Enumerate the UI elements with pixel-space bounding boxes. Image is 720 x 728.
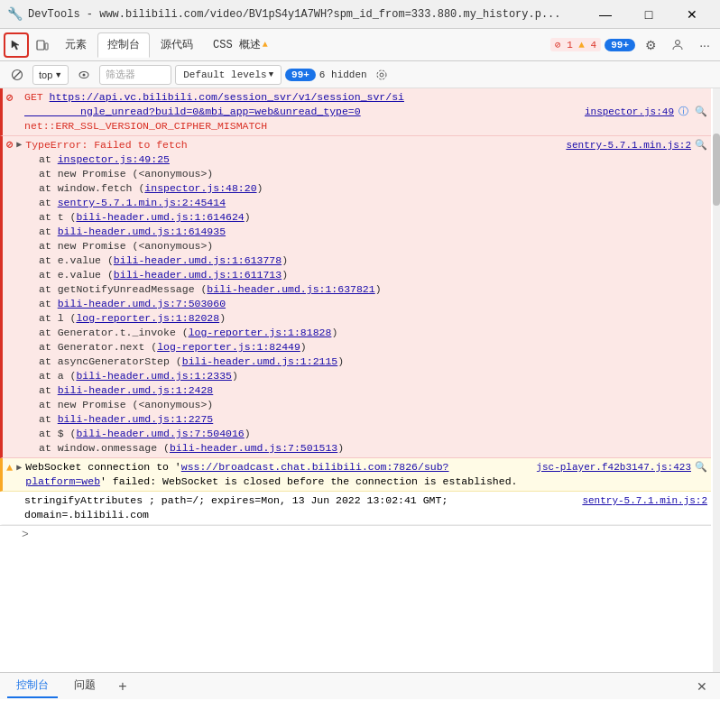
more-tools-button[interactable] [666, 33, 689, 57]
log-levels-button[interactable]: Default levels ▼ [175, 65, 282, 85]
devtools-icon: 🔧 [7, 6, 23, 22]
stack-line-13: at Generator.t._invoke (log-reporter.js:… [24, 326, 707, 340]
sentry-source-link[interactable]: sentry-5.7.1.min.js:2 [566, 138, 691, 152]
stack-line-18: at new Promise (<anonymous>) [24, 398, 707, 412]
eye-icon [78, 69, 90, 81]
settings-button[interactable]: ⚙ [639, 33, 662, 57]
close-devtools-button[interactable]: ✕ [691, 676, 713, 697]
notification-badge[interactable]: 99+ [605, 39, 635, 51]
tab-bar: 元素 控制台 源代码 CSS 概述 ▲ ⊘ 1 ▲ 4 99+ ⚙ ··· [0, 29, 720, 61]
stack-trace: at inspector.js:49:25 at new Promise (<a… [6, 152, 707, 456]
collapse-button[interactable]: ▶ [16, 138, 22, 152]
websocket-header: ▲ ▶ WebSocket connection to 'wss://broad… [6, 460, 707, 489]
svg-rect-0 [37, 41, 44, 50]
hidden-count: 6 hidden [319, 69, 367, 80]
stack-line-5: at t (bili-header.umd.js:1:614624) [24, 210, 707, 225]
window-controls: — □ ✕ [585, 0, 713, 29]
svg-line-4 [14, 71, 21, 78]
eye-button[interactable] [72, 63, 96, 87]
bottom-tab-console[interactable]: 控制台 [7, 674, 58, 698]
magnify-icon[interactable]: 🔍 [695, 105, 707, 119]
warning-icon: ▲ [578, 40, 585, 51]
svg-rect-1 [45, 43, 48, 50]
stack-line-16: at a (bili-header.umd.js:1:2335) [24, 369, 707, 383]
tab-bar-icons: ⊘ 1 ▲ 4 99+ ⚙ ··· [550, 33, 716, 57]
stack-line-7: at new Promise (<anonymous>) [24, 239, 707, 253]
source-link[interactable]: inspector.js:49 [585, 105, 674, 119]
tab-css[interactable]: CSS 概述 ▲ [204, 32, 277, 58]
websocket-right: jsc-player.f42b3147.js:423 🔍 [529, 460, 707, 475]
console-input-row: > [0, 525, 711, 543]
stack-line-19: at bili-header.umd.js:1:2275 [24, 412, 707, 427]
websocket-left: ▲ ▶ WebSocket connection to 'wss://broad… [6, 460, 529, 489]
minimize-button[interactable]: — [585, 0, 626, 29]
svg-point-8 [377, 70, 386, 79]
clear-console-button[interactable] [5, 63, 29, 87]
stack-line-1: at inspector.js:49:25 [24, 152, 707, 167]
console-toolbar: top ▼ 筛选器 Default levels ▼ 99+ 6 hidden [0, 61, 720, 88]
typeerror-header: ⊘ ▶ TypeError: Failed to fetch sentry-5.… [6, 138, 707, 152]
stack-line-10: at getNotifyUnreadMessage (bili-header.u… [24, 282, 707, 297]
stack-line-11: at bili-header.umd.js:7:503060 [24, 297, 707, 311]
info-icon[interactable]: ⓘ [678, 105, 688, 119]
typeerror-text: TypeError: Failed to fetch [25, 138, 187, 152]
svg-point-6 [83, 73, 86, 76]
device-icon [36, 39, 49, 51]
overflow-button[interactable]: ··· [693, 33, 716, 57]
stack-line-14: at Generator.next (log-reporter.js:1:824… [24, 340, 707, 355]
ws-collapse-button[interactable]: ▶ [16, 461, 22, 475]
tab-console[interactable]: 控制台 [97, 32, 150, 58]
stack-line-3: at window.fetch (inspector.js:48:20) [24, 181, 707, 196]
stack-line-20: at $ (bili-header.umd.js:7:504016) [24, 427, 707, 441]
chevron-down-icon: ▼ [54, 70, 62, 79]
svg-point-2 [676, 40, 680, 44]
magnify-icon-2[interactable]: 🔍 [695, 138, 707, 152]
error-badge[interactable]: ⊘ 1 ▲ 4 [550, 38, 601, 51]
url-entry: ⊘ GET https://api.vc.bilibili.com/sessio… [0, 88, 711, 136]
svg-point-7 [380, 73, 383, 77]
person-icon [671, 39, 684, 51]
stack-line-4: at sentry-5.7.1.min.js:2:45414 [24, 196, 707, 210]
maximize-button[interactable]: □ [628, 0, 669, 29]
tab-source[interactable]: 源代码 [152, 32, 202, 58]
top-context-button[interactable]: top ▼ [32, 65, 69, 85]
stack-line-15: at asyncGeneratorStep (bili-header.umd.j… [24, 355, 707, 369]
tab-elements[interactable]: 元素 [56, 32, 96, 58]
clear-icon [11, 69, 23, 81]
get-url-link[interactable]: https://api.vc.bilibili.com/session_svr/… [24, 91, 404, 117]
stack-line-17: at bili-header.umd.js:1:2428 [24, 383, 707, 398]
get-label: GET [24, 91, 50, 103]
jsc-source-link[interactable]: jsc-player.f42b3147.js:423 [536, 460, 691, 475]
title-bar: 🔧 DevTools - www.bilibili.com/video/BV1p… [0, 0, 720, 29]
entry-actions: inspector.js:49 ⓘ 🔍 [577, 105, 707, 119]
warning-icon-ws: ▲ [6, 461, 13, 475]
close-button[interactable]: ✕ [671, 0, 713, 29]
magnify-icon-3[interactable]: 🔍 [695, 460, 707, 475]
device-toggle-button[interactable] [31, 33, 54, 57]
error-icon: ⊘ [6, 91, 13, 106]
console-settings-button[interactable] [371, 64, 392, 86]
stringify-entry: stringifyAttributes ; path=/; expires=Mo… [0, 492, 711, 525]
typeerror-entry: ⊘ ▶ TypeError: Failed to fetch sentry-5.… [0, 136, 711, 458]
cursor-icon [10, 39, 23, 51]
scrollbar-track[interactable] [713, 88, 720, 672]
title-bar-text: DevTools - www.bilibili.com/video/BV1pS4… [28, 8, 579, 21]
console-badge[interactable]: 99+ [285, 69, 316, 81]
sentry2-source-link[interactable]: sentry-5.7.1.min.js:2 [582, 493, 707, 522]
console-content: ⊘ GET https://api.vc.bilibili.com/sessio… [0, 88, 720, 672]
filter-input[interactable]: 筛选器 [99, 65, 171, 85]
stack-line-2: at new Promise (<anonymous>) [24, 167, 707, 181]
inspect-element-button[interactable] [4, 32, 29, 58]
ws-url-link[interactable]: wss://broadcast.chat.bilibili.com:7826/s… [25, 461, 448, 487]
error-icon: ⊘ [555, 40, 561, 51]
chevron-down-icon: ▼ [269, 70, 273, 79]
css-warning-icon: ▲ [263, 40, 268, 50]
scrollbar-thumb[interactable] [713, 134, 720, 206]
input-caret: > [22, 528, 29, 541]
add-tab-button[interactable]: + [112, 676, 134, 697]
stack-line-12: at l (log-reporter.js:1:82028) [24, 311, 707, 326]
typeerror-left: ⊘ ▶ TypeError: Failed to fetch [6, 138, 188, 152]
bottom-tab-issues[interactable]: 问题 [65, 674, 105, 698]
bottom-bar: 控制台 问题 + ✕ [0, 672, 720, 699]
stack-line-9: at e.value (bili-header.umd.js:1:611713) [24, 268, 707, 282]
